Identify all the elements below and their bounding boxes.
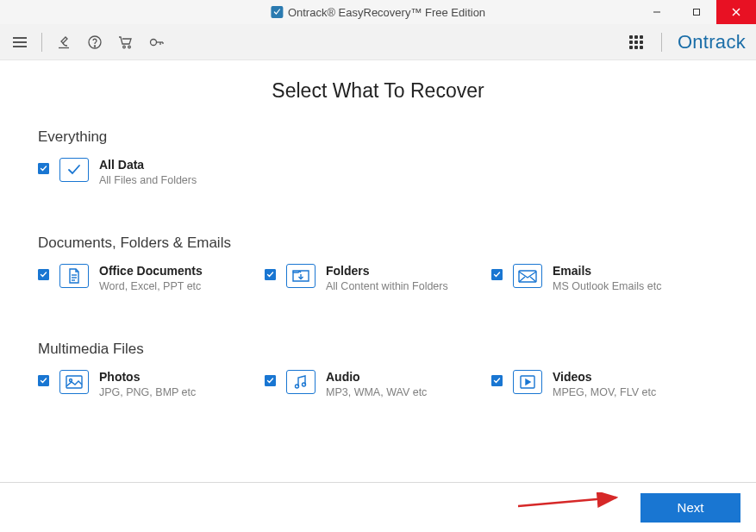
main-content: Select What To Recover Everything All Da… xyxy=(0,60,756,434)
image-icon xyxy=(59,370,89,394)
titlebar: Ontrack® EasyRecovery™ Free Edition xyxy=(0,0,756,24)
folder-download-icon xyxy=(286,264,316,288)
checkbox-emails[interactable] xyxy=(491,269,503,280)
maximize-button[interactable] xyxy=(677,0,716,24)
option-emails[interactable]: Emails MS Outlook Emails etc xyxy=(491,264,718,293)
option-label: Folders xyxy=(326,264,448,279)
svg-point-11 xyxy=(128,46,131,48)
option-sublabel: All Content within Folders xyxy=(326,279,448,293)
svg-point-23 xyxy=(296,385,299,388)
option-sublabel: Word, Excel, PPT etc xyxy=(99,279,203,293)
envelope-icon xyxy=(513,264,542,288)
window-buttons xyxy=(637,0,756,24)
checkbox-photos[interactable] xyxy=(38,375,49,386)
toolbar: Ontrack xyxy=(0,24,756,60)
checkbox-office[interactable] xyxy=(38,269,49,280)
option-sublabel: JPG, PNG, BMP etc xyxy=(99,385,196,399)
svg-point-24 xyxy=(303,383,306,386)
app-title: Ontrack® EasyRecovery™ Free Edition xyxy=(288,6,485,19)
option-audio[interactable]: Audio MP3, WMA, WAV etc xyxy=(265,370,491,399)
key-icon[interactable] xyxy=(147,33,166,52)
option-label: Photos xyxy=(99,370,196,385)
titlebar-title-area: Ontrack® EasyRecovery™ Free Edition xyxy=(271,6,485,19)
toolbar-separator xyxy=(661,33,662,52)
play-icon xyxy=(513,370,542,394)
music-note-icon xyxy=(286,370,316,394)
toolbar-left xyxy=(10,33,166,52)
option-all-data[interactable]: All Data All Files and Folders xyxy=(38,158,266,187)
option-label: Audio xyxy=(326,370,427,385)
option-videos[interactable]: Videos MPEG, MOV, FLV etc xyxy=(491,370,718,399)
app-logo-icon xyxy=(271,6,283,18)
option-label: Videos xyxy=(553,370,656,385)
page-title: Select What To Recover xyxy=(38,79,718,103)
section-title-multimedia: Multimedia Files xyxy=(38,341,718,358)
cart-icon[interactable] xyxy=(116,33,135,52)
checkbox-all-data[interactable] xyxy=(38,163,49,174)
option-photos[interactable]: Photos JPG, PNG, BMP etc xyxy=(38,370,265,399)
toolbar-separator xyxy=(41,33,42,52)
section-title-docs: Documents, Folders & Emails xyxy=(38,235,718,252)
option-office-documents[interactable]: Office Documents Word, Excel, PPT etc xyxy=(38,264,265,293)
option-sublabel: MP3, WMA, WAV etc xyxy=(326,385,427,399)
brand-logo: Ontrack xyxy=(678,31,746,53)
microscope-icon[interactable] xyxy=(54,33,73,52)
close-button[interactable] xyxy=(716,0,756,24)
checkbox-videos[interactable] xyxy=(491,375,503,386)
check-icon xyxy=(59,158,89,182)
option-label: Emails xyxy=(553,264,661,279)
toolbar-right: Ontrack xyxy=(627,31,746,53)
svg-point-12 xyxy=(151,39,157,45)
next-button[interactable]: Next xyxy=(640,493,740,523)
option-sublabel: MS Outlook Emails etc xyxy=(553,279,661,293)
menu-icon[interactable] xyxy=(10,33,29,52)
document-icon xyxy=(59,264,89,288)
option-label: Office Documents xyxy=(99,264,203,279)
checkbox-audio[interactable] xyxy=(265,375,276,386)
option-sublabel: MPEG, MOV, FLV etc xyxy=(553,385,656,399)
svg-point-10 xyxy=(123,46,126,48)
help-icon[interactable] xyxy=(85,33,104,52)
minimize-button[interactable] xyxy=(637,0,677,24)
svg-rect-1 xyxy=(694,9,700,16)
option-sublabel: All Files and Folders xyxy=(99,173,197,187)
footer: Next xyxy=(0,482,756,532)
section-title-everything: Everything xyxy=(38,128,718,146)
checkbox-folders[interactable] xyxy=(265,269,276,280)
option-label: All Data xyxy=(99,158,197,172)
option-folders[interactable]: Folders All Content within Folders xyxy=(265,264,491,293)
apps-grid-icon[interactable] xyxy=(627,33,646,52)
svg-point-9 xyxy=(94,45,95,46)
svg-point-22 xyxy=(70,379,72,382)
